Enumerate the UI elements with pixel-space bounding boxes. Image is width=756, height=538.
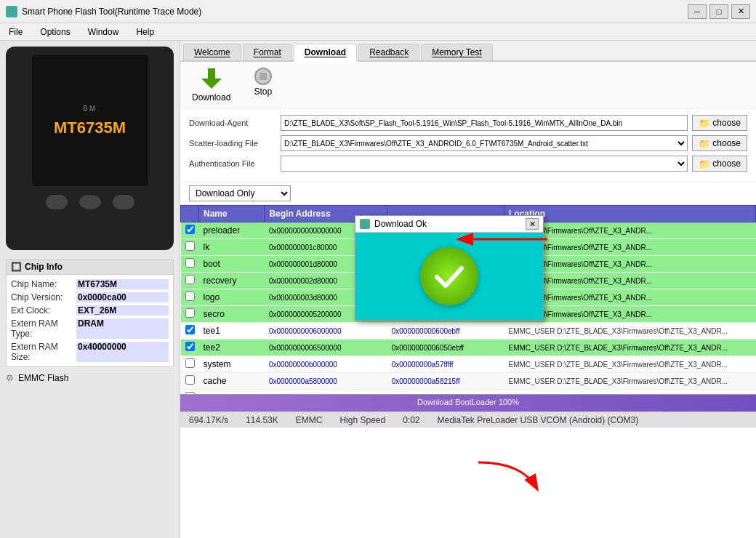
row-checkbox-1[interactable] [185, 241, 195, 251]
phone-brand: BM [83, 105, 97, 113]
tab-welcome[interactable]: Welcome [183, 44, 241, 60]
stop-icon [254, 68, 272, 85]
row-checkbox-6[interactable] [185, 325, 195, 334]
dialog-title: Download Ok [374, 219, 427, 229]
row-location: EMMC_USER D:\ZTE_BLADE_X3\Firmwares\Off\… [504, 373, 756, 390]
phone-bottom [46, 195, 134, 209]
title-bar: Smart Phone Flash Tool(Runtime Trace Mod… [0, 0, 756, 23]
row-name: logo [199, 289, 265, 306]
gear-icon: ⚙ [6, 373, 14, 383]
row-checkbox-0[interactable] [185, 225, 195, 234]
row-name: system [199, 356, 265, 373]
minimize-button[interactable]: ─ [688, 4, 707, 19]
tab-memory-test[interactable]: Memory Test [421, 44, 492, 60]
auth-input[interactable] [281, 156, 688, 172]
chip-clock-label: Ext Clock: [11, 305, 76, 316]
row-checkbox-8[interactable] [185, 358, 195, 368]
mode-select[interactable]: Download Only Firmware Upgrade Custom Do… [189, 185, 291, 201]
menu-file[interactable]: File [6, 26, 25, 38]
close-button[interactable]: ✕ [731, 4, 750, 19]
row-checkbox-2[interactable] [185, 258, 195, 268]
choose-scatter-label: choose [712, 138, 741, 148]
download-ok-dialog: Download Ok ✕ [355, 215, 544, 321]
scatter-input[interactable]: D:\ZTE_BLADE_X3\Firmwares\Off\ZTE_X3_AND… [281, 135, 688, 151]
stop-button[interactable]: Stop [254, 68, 272, 103]
phone-display: BM MT6735M [6, 47, 174, 250]
maximize-button[interactable]: □ [709, 4, 728, 19]
phone-screen: BM MT6735M [32, 55, 148, 186]
download-agent-row: Download-Agent 📁 choose [189, 115, 747, 131]
menu-options[interactable]: Options [37, 26, 73, 38]
chip-row-version: Chip Version: 0x0000ca00 [9, 291, 170, 304]
row-end: 0x000000000600ebff [387, 323, 504, 340]
row-end: 0x00000000a58215ff [387, 373, 504, 390]
row-name: boot [199, 256, 265, 273]
row-name: lk [199, 239, 265, 256]
stop-square [260, 73, 267, 80]
menu-window[interactable]: Window [85, 26, 122, 38]
table-row: tee20x00000000065000000x0000000006050ebf… [181, 340, 756, 356]
menu-help[interactable]: Help [133, 26, 157, 38]
row-location: EMMC_USER D:\ZTE_BLADE_X3\Firmwares\Off\… [504, 323, 756, 340]
chip-ram-size-value: 0x40000000 [76, 342, 169, 362]
phone-menu-btn [113, 195, 134, 209]
dialog-close-button[interactable]: ✕ [526, 218, 539, 230]
tab-bar: Welcome Format Download Readback Memory … [180, 41, 756, 62]
row-checkbox-9[interactable] [185, 375, 195, 385]
status-mode: High Speed [339, 415, 385, 425]
chip-row-ram-size: Extern RAM Size: 0x40000000 [9, 340, 170, 364]
window-title: Smart Phone Flash Tool(Runtime Trace Mod… [22, 7, 201, 17]
choose-agent-button[interactable]: 📁 choose [692, 115, 747, 131]
checkmark-icon [431, 258, 467, 294]
download-button[interactable]: Download [192, 68, 230, 103]
auth-row: Authentication File 📁 choose [189, 156, 747, 172]
download-agent-label: Download-Agent [189, 119, 276, 127]
phone-model: MT6735M [54, 119, 126, 137]
row-name: preloader [199, 222, 265, 239]
row-checkbox-5[interactable] [185, 308, 195, 318]
arrow-to-progress [464, 459, 551, 497]
chip-ram-type-label: Extern RAM Type: [11, 318, 76, 339]
status-speed2: 114.53K [246, 415, 278, 425]
checkmark-circle [420, 247, 478, 305]
choose-auth-label: choose [712, 158, 741, 169]
scatter-label: Scatter-loading File [189, 139, 276, 148]
chip-info-grid: Chip Name: MT6735M Chip Version: 0x0000c… [7, 275, 173, 366]
col-name: Name [199, 206, 265, 222]
toolbar: Download Stop [180, 62, 756, 109]
chip-version-label: Chip Version: [11, 292, 76, 302]
table-row: system0x00000000b0000000x00000000a57ffff… [181, 356, 756, 373]
row-begin: 0x00000000b000000 [265, 356, 387, 373]
scatter-row: Scatter-loading File D:\ZTE_BLADE_X3\Fir… [189, 135, 747, 151]
row-checkbox-3[interactable] [185, 275, 195, 284]
row-end: 0x0000000006050ebff [387, 340, 504, 356]
choose-scatter-button[interactable]: 📁 choose [692, 135, 747, 151]
chip-version-value: 0x0000ca00 [76, 292, 169, 302]
dialog-content [355, 233, 543, 320]
download-agent-input[interactable] [281, 115, 688, 131]
choose-agent-label: choose [712, 118, 741, 128]
download-label: Download [192, 92, 230, 103]
chip-row-name: Chip Name: MT6735M [9, 278, 170, 291]
right-panel: Welcome Format Download Readback Memory … [180, 41, 756, 538]
row-checkbox-4[interactable] [185, 292, 195, 301]
row-checkbox-7[interactable] [185, 342, 195, 351]
dropdown-row: Download Only Firmware Upgrade Custom Do… [180, 182, 756, 205]
table-row: tee10x00000000060000000x000000000600ebff… [181, 323, 756, 340]
row-location: EMMC_USER D:\ZTE_BLADE_X3\Firmwares\Off\… [504, 356, 756, 373]
row-end: 0x00000000a57fffff [387, 356, 504, 373]
progress-section: Download BootLoader 100% [180, 394, 756, 411]
tab-format[interactable]: Format [243, 44, 292, 60]
emmc-section: ⚙ EMMC Flash [0, 370, 180, 386]
status-speed1: 694.17K/s [189, 415, 228, 425]
status-time: 0:02 [403, 415, 419, 425]
tab-download[interactable]: Download [294, 44, 357, 62]
tab-readback[interactable]: Readback [358, 44, 419, 60]
chip-ram-type-value: DRAM [76, 318, 169, 339]
chip-info-panel: 🔲 Chip Info Chip Name: MT6735M Chip Vers… [6, 259, 174, 367]
chip-info-header: 🔲 Chip Info [7, 260, 173, 275]
choose-auth-button[interactable]: 📁 choose [692, 156, 747, 172]
chip-clock-value: EXT_26M [76, 305, 169, 316]
folder-icon: 📁 [699, 118, 710, 129]
row-name: tee2 [199, 340, 265, 356]
